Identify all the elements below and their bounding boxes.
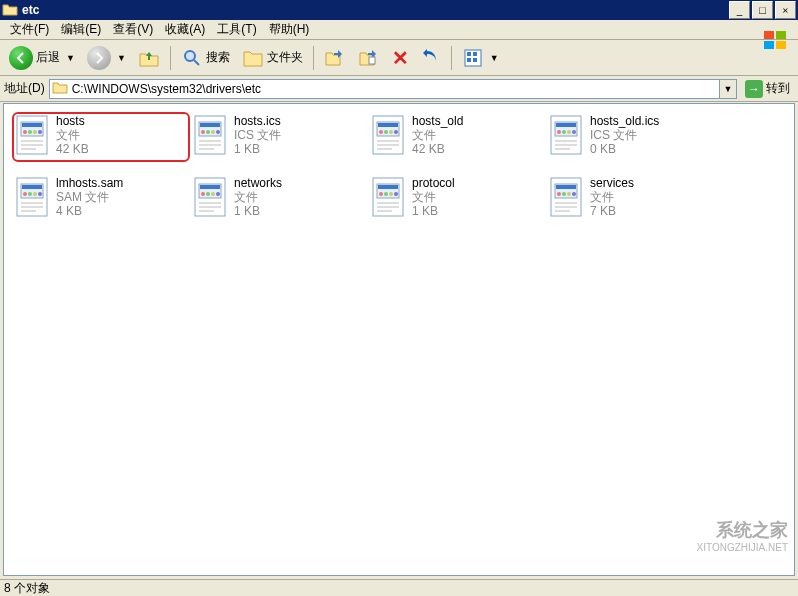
file-icon bbox=[370, 114, 406, 156]
svg-rect-24 bbox=[200, 123, 220, 127]
svg-point-48 bbox=[572, 130, 576, 134]
back-icon bbox=[9, 46, 33, 70]
svg-point-66 bbox=[206, 192, 210, 196]
file-type: ICS 文件 bbox=[234, 128, 281, 142]
file-item[interactable]: hosts.icsICS 文件1 KB bbox=[190, 112, 368, 162]
file-item[interactable]: hosts_old文件42 KB bbox=[368, 112, 546, 162]
svg-point-25 bbox=[201, 130, 205, 134]
svg-rect-6 bbox=[369, 57, 375, 64]
search-label: 搜索 bbox=[206, 49, 230, 66]
file-item[interactable]: protocol文件1 KB bbox=[368, 174, 546, 224]
file-type: ICS 文件 bbox=[590, 128, 659, 142]
svg-rect-11 bbox=[473, 58, 477, 62]
copy-to-button[interactable] bbox=[353, 43, 385, 73]
watermark-text: 系统之家 bbox=[697, 518, 789, 542]
views-icon bbox=[462, 47, 484, 69]
file-size: 42 KB bbox=[412, 142, 463, 156]
folders-button[interactable]: 文件夹 bbox=[237, 43, 308, 73]
svg-point-38 bbox=[394, 130, 398, 134]
menu-view[interactable]: 查看(V) bbox=[107, 19, 159, 40]
minimize-button[interactable]: _ bbox=[729, 1, 750, 19]
file-item[interactable]: services文件7 KB bbox=[546, 174, 724, 224]
svg-point-36 bbox=[384, 130, 388, 134]
file-pane[interactable]: hosts文件42 KBhosts.icsICS 文件1 KBhosts_old… bbox=[3, 103, 795, 576]
address-dropdown-button[interactable]: ▼ bbox=[719, 80, 736, 98]
watermark: 系统之家 XITONGZHIJIA.NET bbox=[697, 518, 789, 553]
move-to-icon bbox=[324, 47, 346, 69]
file-type: 文件 bbox=[56, 128, 89, 142]
address-input-wrap[interactable]: ▼ bbox=[49, 79, 737, 99]
svg-rect-64 bbox=[200, 185, 220, 189]
delete-button[interactable]: ✕ bbox=[387, 43, 414, 73]
menu-file[interactable]: 文件(F) bbox=[4, 19, 55, 40]
svg-point-26 bbox=[206, 130, 210, 134]
file-name: hosts bbox=[56, 114, 89, 128]
file-info: services文件7 KB bbox=[590, 176, 634, 218]
svg-point-85 bbox=[557, 192, 561, 196]
menu-favorites[interactable]: 收藏(A) bbox=[159, 19, 211, 40]
menubar: 文件(F) 编辑(E) 查看(V) 收藏(A) 工具(T) 帮助(H) bbox=[0, 20, 798, 40]
file-info: hosts_old文件42 KB bbox=[412, 114, 463, 156]
undo-button[interactable] bbox=[416, 43, 446, 73]
svg-point-28 bbox=[216, 130, 220, 134]
file-icon bbox=[14, 176, 50, 218]
file-name: networks bbox=[234, 176, 282, 190]
file-item[interactable]: lmhosts.samSAM 文件4 KB bbox=[12, 174, 190, 224]
file-size: 1 KB bbox=[234, 204, 282, 218]
addressbar: 地址(D) ▼ → 转到 bbox=[0, 76, 798, 102]
svg-point-76 bbox=[384, 192, 388, 196]
svg-rect-14 bbox=[22, 123, 42, 127]
back-button[interactable]: 后退 ▼ bbox=[4, 43, 80, 73]
window-title: etc bbox=[22, 3, 727, 17]
file-name: hosts.ics bbox=[234, 114, 281, 128]
views-button[interactable]: ▼ bbox=[457, 43, 504, 73]
watermark-url: XITONGZHIJIA.NET bbox=[697, 542, 789, 553]
file-size: 4 KB bbox=[56, 204, 123, 218]
copy-to-icon bbox=[358, 47, 380, 69]
address-input[interactable] bbox=[70, 82, 719, 96]
titlebar: etc _ □ × bbox=[0, 0, 798, 20]
go-button[interactable]: → 转到 bbox=[741, 78, 794, 100]
file-type: 文件 bbox=[412, 128, 463, 142]
file-info: hosts.icsICS 文件1 KB bbox=[234, 114, 281, 156]
forward-button[interactable]: ▼ bbox=[82, 43, 131, 73]
svg-rect-3 bbox=[776, 41, 786, 49]
svg-point-78 bbox=[394, 192, 398, 196]
file-name: hosts_old bbox=[412, 114, 463, 128]
svg-point-46 bbox=[562, 130, 566, 134]
up-button[interactable] bbox=[133, 43, 165, 73]
move-to-button[interactable] bbox=[319, 43, 351, 73]
file-icon bbox=[548, 176, 584, 218]
toolbar: 后退 ▼ ▼ 搜索 文件夹 ✕ bbox=[0, 40, 798, 76]
menu-tools[interactable]: 工具(T) bbox=[211, 19, 262, 40]
svg-point-58 bbox=[38, 192, 42, 196]
file-icon bbox=[548, 114, 584, 156]
file-item[interactable]: hosts_old.icsICS 文件0 KB bbox=[546, 112, 724, 162]
menu-edit[interactable]: 编辑(E) bbox=[55, 19, 107, 40]
svg-point-56 bbox=[28, 192, 32, 196]
file-size: 1 KB bbox=[412, 204, 455, 218]
svg-rect-10 bbox=[467, 58, 471, 62]
close-button[interactable]: × bbox=[775, 1, 796, 19]
svg-rect-34 bbox=[378, 123, 398, 127]
svg-point-86 bbox=[562, 192, 566, 196]
file-grid: hosts文件42 KBhosts.icsICS 文件1 KBhosts_old… bbox=[4, 104, 794, 232]
separator bbox=[313, 46, 314, 70]
file-info: hosts_old.icsICS 文件0 KB bbox=[590, 114, 659, 156]
search-button[interactable]: 搜索 bbox=[176, 43, 235, 73]
svg-line-5 bbox=[194, 60, 199, 65]
file-type: 文件 bbox=[412, 190, 455, 204]
undo-icon bbox=[421, 46, 441, 69]
file-item[interactable]: hosts文件42 KB bbox=[12, 112, 190, 162]
menu-help[interactable]: 帮助(H) bbox=[263, 19, 316, 40]
file-info: hosts文件42 KB bbox=[56, 114, 89, 156]
file-size: 1 KB bbox=[234, 142, 281, 156]
svg-rect-1 bbox=[776, 31, 786, 39]
statusbar: 8 个对象 bbox=[0, 579, 798, 596]
svg-point-18 bbox=[38, 130, 42, 134]
file-name: protocol bbox=[412, 176, 455, 190]
maximize-button[interactable]: □ bbox=[752, 1, 773, 19]
forward-icon bbox=[87, 46, 111, 70]
file-item[interactable]: networks文件1 KB bbox=[190, 174, 368, 224]
svg-rect-54 bbox=[22, 185, 42, 189]
